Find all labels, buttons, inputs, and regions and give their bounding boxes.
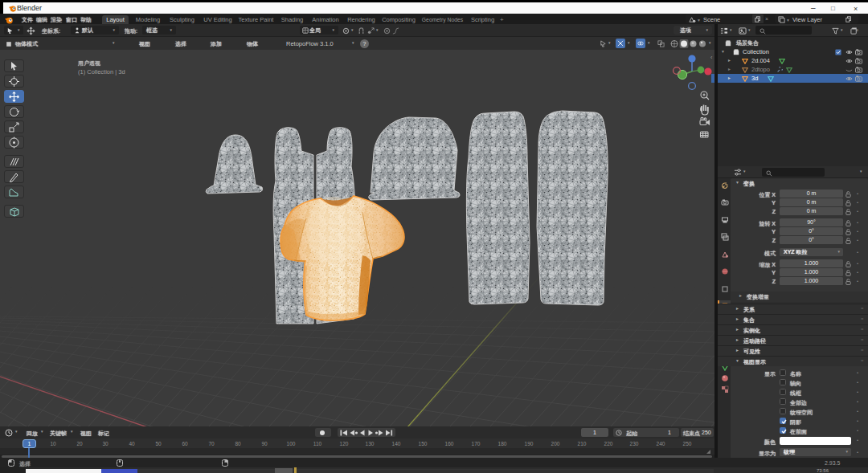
svg-text:o: o bbox=[856, 27, 858, 31]
